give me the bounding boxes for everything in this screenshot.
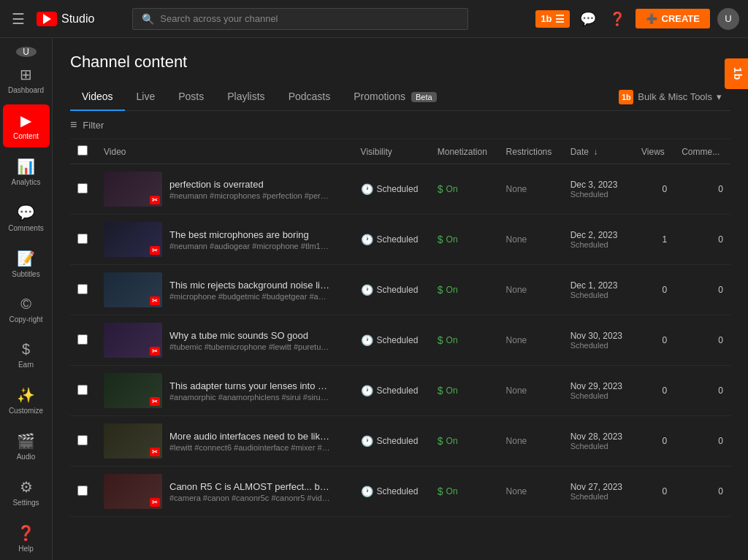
date-main: Nov 30, 2023 xyxy=(570,331,627,341)
row-restrictions: None xyxy=(499,467,563,517)
row-monetization: $ On xyxy=(430,164,499,215)
monetization-status: $ On xyxy=(438,435,492,447)
row-checkbox-cell xyxy=(70,315,96,366)
select-all-checkbox[interactable] xyxy=(77,145,88,156)
row-restrictions: None xyxy=(499,366,563,416)
visibility-label: Scheduled xyxy=(377,386,419,396)
row-checkbox[interactable] xyxy=(77,385,88,395)
row-checkbox[interactable] xyxy=(77,183,88,193)
sidebar-item-analytics[interactable]: 📊 Analytics xyxy=(3,150,50,193)
row-restrictions: None xyxy=(499,416,563,467)
main-inner: Channel content Videos Live Posts Playli… xyxy=(53,38,748,517)
filter-icon[interactable]: ≡ xyxy=(70,118,77,131)
tab-videos[interactable]: Videos xyxy=(70,83,125,111)
date-cell: Dec 1, 2023 Scheduled xyxy=(570,280,627,299)
brand-badge[interactable]: 1b ☰ xyxy=(535,10,569,28)
visibility-label: Scheduled xyxy=(377,436,419,446)
row-checkbox[interactable] xyxy=(77,334,88,345)
analytics-icon: 📊 xyxy=(17,158,35,175)
video-thumbnail: ✂ xyxy=(104,423,162,459)
content-icon: ▶ xyxy=(20,112,31,129)
right-brand-tab[interactable]: 1b xyxy=(725,58,748,89)
visibility-label: Scheduled xyxy=(377,184,419,194)
tab-live[interactable]: Live xyxy=(125,83,167,111)
row-checkbox[interactable] xyxy=(77,486,88,496)
sidebar-item-content[interactable]: ▶ Content xyxy=(3,104,50,147)
row-visibility: 🕐 Scheduled xyxy=(354,315,430,366)
sidebar-item-help[interactable]: ❓ Help xyxy=(3,517,50,560)
row-checkbox[interactable] xyxy=(77,234,88,244)
row-checkbox[interactable] xyxy=(77,435,88,445)
date-sub: Scheduled xyxy=(570,442,627,450)
help-button[interactable]: ❓ xyxy=(606,8,628,30)
page-title: Channel content xyxy=(70,53,730,72)
video-info: The best microphones are boring #neumann… xyxy=(169,229,330,250)
sidebar-item-customization[interactable]: ✨ Customize xyxy=(3,379,50,422)
shorts-badge: ✂ xyxy=(150,498,160,507)
sidebar-item-label: Audio xyxy=(17,453,36,461)
sidebar-item-subtitles[interactable]: 📝 Subtitles xyxy=(3,242,50,285)
tab-promotions[interactable]: Promotions Beta xyxy=(342,83,448,111)
row-date: Nov 29, 2023 Scheduled xyxy=(563,366,634,416)
row-date: Dec 3, 2023 Scheduled xyxy=(563,164,634,215)
menu-icon[interactable]: ☰ xyxy=(9,7,28,31)
date-sub: Scheduled xyxy=(570,291,627,299)
row-restrictions: None xyxy=(499,315,563,366)
date-main: Dec 2, 2023 xyxy=(570,230,627,240)
row-comments: 0 xyxy=(674,366,730,416)
row-views: 1 xyxy=(634,215,674,265)
restrictions-label: None xyxy=(506,234,527,245)
monetization-status: $ On xyxy=(438,284,492,296)
video-cell: ✂ The best microphones are boring #neuma… xyxy=(104,222,346,257)
create-button[interactable]: ➕ CREATE xyxy=(636,9,710,28)
sidebar-item-copyright[interactable]: © Copy-right xyxy=(3,288,50,331)
clock-icon: 🕐 xyxy=(361,234,373,245)
sidebar-item-comments[interactable]: 💬 Comments xyxy=(3,196,50,239)
row-video-cell: ✂ This adapter turns your lenses into M.… xyxy=(96,366,354,416)
date-cell: Nov 27, 2023 Scheduled xyxy=(570,482,627,501)
sidebar-item-monetization[interactable]: $ Earn xyxy=(3,334,50,376)
date-cell: Nov 30, 2023 Scheduled xyxy=(570,331,627,350)
row-views: 0 xyxy=(634,265,674,315)
tab-podcasts[interactable]: Podcasts xyxy=(277,83,343,111)
sidebar-item-dashboard[interactable]: ⊞ Dashboard xyxy=(3,58,50,101)
search-icon: 🔍 xyxy=(142,13,154,25)
search-bar[interactable]: 🔍 xyxy=(132,8,468,30)
video-info: This adapter turns your lenses into M...… xyxy=(169,380,330,402)
tab-posts[interactable]: Posts xyxy=(167,83,215,111)
user-avatar[interactable]: U xyxy=(717,8,739,30)
row-video-cell: ✂ Canon R5 C is ALMOST perfect... but i.… xyxy=(96,467,354,517)
row-checkbox[interactable] xyxy=(77,284,88,294)
sidebar-item-audio[interactable]: 🎬 Audio xyxy=(3,425,50,468)
messages-button[interactable]: 💬 xyxy=(577,8,599,30)
video-tags: #anamorphic #anamorphiclens #sirui #siru… xyxy=(169,393,330,402)
tab-playlists[interactable]: Playlists xyxy=(215,83,276,111)
video-info: Why a tube mic sounds SO good #tubemic #… xyxy=(169,330,330,351)
date-main: Nov 28, 2023 xyxy=(570,431,627,442)
sidebar-item-label: Help xyxy=(18,545,34,553)
row-date: Dec 1, 2023 Scheduled xyxy=(563,265,634,315)
video-title: Why a tube mic sounds SO good xyxy=(169,330,330,341)
bulk-tools-button[interactable]: 1b Bulk & Misc Tools ▾ xyxy=(610,84,730,110)
sidebar-avatar[interactable]: U xyxy=(16,47,37,57)
video-thumbnail: ✂ xyxy=(104,373,162,408)
shorts-badge: ✂ xyxy=(150,296,160,305)
search-input[interactable] xyxy=(160,13,459,24)
visibility-label: Scheduled xyxy=(377,234,419,245)
video-cell: ✂ Canon R5 C is ALMOST perfect... but i.… xyxy=(104,474,346,509)
col-date[interactable]: Date ↓ xyxy=(563,139,634,164)
row-views: 0 xyxy=(634,164,674,215)
monetization-status: $ On xyxy=(438,234,492,245)
video-cell: ✂ Why a tube mic sounds SO good #tubemic… xyxy=(104,323,346,358)
top-nav: ☰ Studio 🔍 1b ☰ 💬 ❓ ➕ CREATE U xyxy=(0,0,748,38)
visibility-status: 🕐 Scheduled xyxy=(361,183,423,195)
date-cell: Nov 29, 2023 Scheduled xyxy=(570,381,627,400)
filter-label[interactable]: Filter xyxy=(83,120,104,131)
row-visibility: 🕐 Scheduled xyxy=(354,416,430,467)
dollar-icon: $ xyxy=(438,284,443,296)
restrictions-label: None xyxy=(506,436,527,446)
sidebar-item-settings[interactable]: ⚙ Settings xyxy=(3,471,50,514)
row-monetization: $ On xyxy=(430,315,499,366)
row-video-cell: ✂ This mic rejects background noise like… xyxy=(96,265,354,315)
row-checkbox-cell xyxy=(70,265,96,315)
